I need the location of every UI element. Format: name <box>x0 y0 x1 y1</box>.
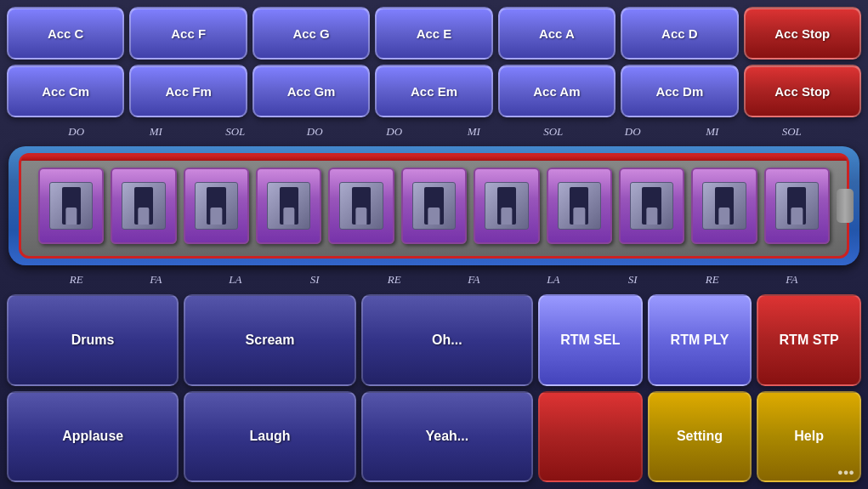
acc-em-button[interactable]: Acc Em <box>375 65 492 117</box>
note-bottom-2: LA <box>196 273 275 287</box>
key-11[interactable] <box>764 168 830 244</box>
setting-button[interactable]: Setting <box>648 391 752 483</box>
keyboard-inner <box>19 153 849 259</box>
note-label-8: MI <box>672 125 752 139</box>
note-bottom-1: FA <box>116 273 196 287</box>
key-10[interactable] <box>691 168 757 244</box>
rtm-stp-button[interactable]: RTM STP <box>757 294 861 386</box>
note-bottom-8: RE <box>672 273 752 287</box>
acc-stop-button-1[interactable]: Acc Stop <box>744 7 861 60</box>
note-bottom-4: RE <box>355 273 434 287</box>
oh-button[interactable]: Oh... <box>361 294 533 386</box>
rtm-ply-button[interactable]: RTM PLY <box>648 294 752 386</box>
acc-c-button[interactable]: Acc C <box>7 7 124 60</box>
key-9[interactable] <box>619 168 684 244</box>
acc-fm-button[interactable]: Acc Fm <box>129 65 247 117</box>
key-8[interactable] <box>547 168 612 244</box>
key-5[interactable] <box>328 168 394 244</box>
acc-row-1: Acc C Acc F Acc G Acc E Acc A Acc D Acc … <box>7 7 861 60</box>
acc-d-button[interactable]: Acc D <box>621 7 738 60</box>
note-bottom-5: FA <box>434 273 514 287</box>
note-label-0: DO <box>37 125 116 139</box>
note-bottom-7: SI <box>593 273 673 287</box>
acc-f-button[interactable]: Acc F <box>129 7 247 60</box>
key-7[interactable] <box>474 168 539 244</box>
yeah-button[interactable]: Yeah... <box>361 391 533 483</box>
keyboard-knob <box>837 189 854 223</box>
acc-row-2: Acc Cm Acc Fm Acc Gm Acc Em Acc Am Acc D… <box>7 65 861 117</box>
empty-red-cell <box>538 391 643 483</box>
acc-g-button[interactable]: Acc G <box>252 7 370 60</box>
acc-dm-button[interactable]: Acc Dm <box>621 65 738 117</box>
bottom-section: Drums Scream Oh... Applause Laugh Yeah..… <box>7 294 861 482</box>
acc-a-button[interactable]: Acc A <box>498 7 616 60</box>
key-2[interactable] <box>111 168 176 244</box>
notes-row-bottom: RE FA LA SI RE FA LA SI RE FA <box>7 270 861 289</box>
note-bottom-3: SI <box>275 273 355 287</box>
acc-e-button[interactable]: Acc E <box>375 7 492 60</box>
laugh-button[interactable]: Laugh <box>184 391 355 483</box>
note-label-6: SOL <box>513 125 593 139</box>
acc-stop-button-2[interactable]: Acc Stop <box>744 65 861 117</box>
acc-cm-button[interactable]: Acc Cm <box>7 65 124 117</box>
note-bottom-6: LA <box>513 273 593 287</box>
key-4[interactable] <box>256 168 321 244</box>
note-label-2: SOL <box>196 125 275 139</box>
help-logo: ●●● <box>837 467 854 477</box>
drums-button[interactable]: Drums <box>7 294 179 386</box>
key-1[interactable] <box>38 168 104 244</box>
scream-button[interactable]: Scream <box>184 294 355 386</box>
note-label-9: SOL <box>752 125 832 139</box>
note-label-4: DO <box>355 125 434 139</box>
notes-row-top: DO MI SOL DO DO MI SOL DO MI SOL <box>7 122 861 141</box>
acc-am-button[interactable]: Acc Am <box>498 65 616 117</box>
note-label-5: MI <box>434 125 514 139</box>
help-button[interactable]: Help ●●● <box>757 391 861 483</box>
keyboard-outer <box>9 146 859 265</box>
keyboard-section <box>9 146 859 265</box>
note-label-3: DO <box>275 125 355 139</box>
key-3[interactable] <box>184 168 249 244</box>
note-label-1: MI <box>116 125 196 139</box>
bottom-right-grid: RTM SEL RTM PLY RTM STP Setting Help ●●● <box>538 294 861 482</box>
note-bottom-0: RE <box>37 273 116 287</box>
acc-gm-button[interactable]: Acc Gm <box>252 65 370 117</box>
applause-button[interactable]: Applause <box>7 391 179 483</box>
key-6[interactable] <box>401 168 467 244</box>
note-bottom-9: FA <box>752 273 832 287</box>
main-container: Acc C Acc F Acc G Acc E Acc A Acc D Acc … <box>0 0 868 489</box>
bottom-left-grid: Drums Scream Oh... Applause Laugh Yeah..… <box>7 294 533 482</box>
note-label-7: DO <box>593 125 673 139</box>
rtm-sel-button[interactable]: RTM SEL <box>538 294 643 386</box>
